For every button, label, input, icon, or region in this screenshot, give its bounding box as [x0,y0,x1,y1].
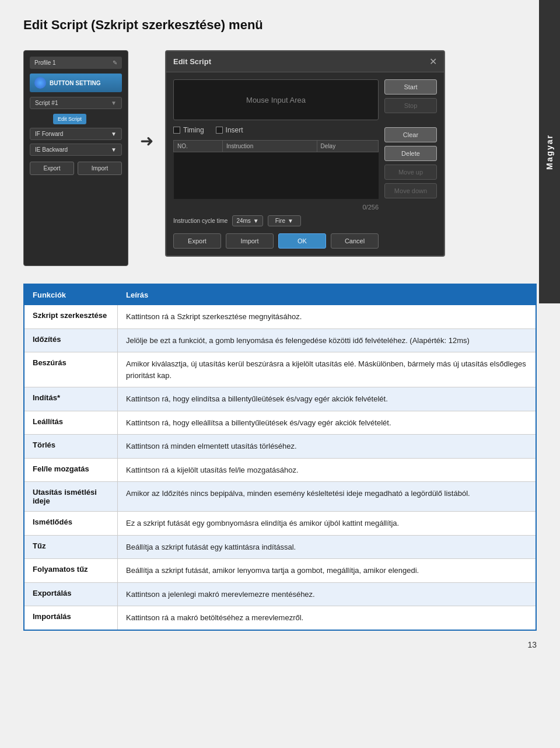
func-cell: Folyamatos tűz [24,559,118,582]
dialog-footer-buttons: Export Import OK Cancel [173,233,379,249]
feature-table: Funkciók Leírás Szkript szerkesztéseKatt… [23,284,537,631]
table-row: IsmétlődésEz a szkript futását egy gombn… [24,512,536,536]
desc-cell: Beállítja a szkript futását egy kattintá… [118,536,536,559]
desc-cell: Kattintson a jelenlegi makró merevlemezr… [118,583,536,606]
desc-cell: Ez a szkript futását egy gombnyomásra el… [118,512,536,535]
table-row: Szkript szerkesztéseKattintson rá a Szkr… [24,305,536,329]
table-row: BeszúrásAmikor kiválasztja, új utasítás … [24,352,536,387]
move-down-button[interactable]: Move down [384,183,437,198]
desc-cell: Kattintson rá, hogy elindítsa a billenty… [118,387,536,411]
dropdown-arrow: ▼ [111,146,117,153]
cycle-time-select[interactable]: 24ms ▼ [232,215,262,226]
dialog-cancel-btn[interactable]: Cancel [331,233,379,249]
dialog-export-btn[interactable]: Export [173,233,221,249]
table-row: ImportálásKattintson rá a makró betöltés… [24,606,536,630]
fire-select[interactable]: Fire ▼ [268,215,301,226]
col-delay: Delay [317,141,378,152]
dropdown-if-forward[interactable]: IF Forward ▼ [30,128,122,140]
desc-cell: Kattintson rá, hogy elleállítsa a billen… [118,411,536,435]
table-empty-row [174,152,379,199]
func-cell: Exportálás [24,583,118,606]
dialog-main: Mouse Input Area Timing Insert [173,79,379,249]
timing-checkbox[interactable]: Timing [173,126,204,134]
clear-button[interactable]: Clear [384,127,437,142]
insert-checkbox[interactable]: Insert [216,126,243,134]
table-row: Fel/le mozgatásKattintson rá a kijelölt … [24,459,536,483]
left-screenshot: Profile 1 ✎ BUTTON SETTING Script #1 ▼ E… [23,50,128,266]
table-row: TörlésKattintson rá minden elmentett uta… [24,435,536,459]
insert-cb-box[interactable] [216,127,223,134]
script-table-body [174,152,379,199]
delete-button[interactable]: Delete [384,146,437,161]
desc-cell: Kattintson rá a makró betöltéséhez a mer… [118,606,536,630]
table-row: ExportálásKattintson a jelenlegi makró m… [24,583,536,607]
desc-cell: Jelölje be ezt a funkciót, a gomb lenyom… [118,329,536,352]
cycle-time-label: Instruction cycle time [173,218,228,224]
dialog-ok-btn[interactable]: OK [278,233,326,249]
func-cell: Importálás [24,606,118,630]
move-up-button[interactable]: Move up [384,165,437,180]
desc-cell: Beállítja a szkript futását, amikor leny… [118,559,536,582]
dialog-right-buttons: Start Stop Clear Delete Move up Move dow… [384,79,437,249]
col-leiras: Leírás [118,285,536,305]
func-cell: Törlés [24,435,118,458]
dialog-body: Mouse Input Area Timing Insert [166,72,444,256]
top-section: Profile 1 ✎ BUTTON SETTING Script #1 ▼ E… [23,50,537,266]
func-cell: Fel/le mozgatás [24,459,118,482]
table-row: Folyamatos tűzBeállítja a szkript futásá… [24,559,536,583]
func-cell: Beszúrás [24,352,118,387]
start-button[interactable]: Start [384,79,437,95]
stop-button[interactable]: Stop [384,98,437,113]
func-cell: Utasítás ismétlési ideje [24,482,118,511]
col-funkciok: Funkciók [24,285,118,305]
dropdown-ie-backward[interactable]: IE Backward ▼ [30,144,122,156]
button-setting-label: BUTTON SETTING [30,74,122,92]
edit-icon: ✎ [113,60,117,66]
language-sidebar: Magyar [539,0,560,303]
desc-cell: Kattintson rá a Szkript szerkesztése meg… [118,305,536,328]
func-cell: Tűz [24,536,118,559]
table-row: IdőzítésJelölje be ezt a funkciót, a gom… [24,329,536,353]
dropdown-arrow: ▼ [111,100,117,106]
close-icon[interactable]: ✕ [429,56,437,67]
func-cell: Időzítés [24,329,118,352]
dropdown-arrow: ▼ [288,218,293,224]
arrow-right-icon: ➜ [140,131,153,151]
export-btn-small[interactable]: Export [30,162,74,175]
profile-label: Profile 1 [34,60,56,66]
dialog-titlebar: Edit Script ✕ [166,51,444,72]
func-cell: Szkript szerkesztése [24,305,118,328]
edit-script-dialog: Edit Script ✕ Mouse Input Area Timing [165,50,445,257]
mouse-input-area[interactable]: Mouse Input Area [173,79,379,120]
table-header-row: NO. Instruction Delay [174,141,379,152]
import-btn-small[interactable]: Import [78,162,122,175]
page-number: 13 [23,640,537,649]
dialog-title: Edit Script [173,57,211,66]
table-header: Funkciók Leírás [24,285,536,305]
page-title: Edit Script (Szkript szerkesztése) menü [23,18,537,33]
func-cell: Ismétlődés [24,512,118,535]
col-instruction: Instruction [223,141,317,152]
desc-cell: Kattintson rá minden elmentett utasítás … [118,435,536,458]
script-row: Script #1 ▼ [30,97,122,109]
table-row: LeállításKattintson rá, hogy elleállítsa… [24,411,536,435]
col-no: NO. [174,141,223,152]
swirl-icon [34,77,46,89]
func-cell: Leállítás [24,411,118,435]
counter-row: 0/256 [173,204,379,211]
checkboxes-row: Timing Insert [173,126,379,134]
desc-cell: Amikor kiválasztja, új utasítás kerül be… [118,352,536,387]
table-row: TűzBeállítja a szkript futását egy katti… [24,536,536,560]
script-table: NO. Instruction Delay [173,140,379,199]
bottom-buttons: Export Import [30,162,122,175]
dialog-import-btn[interactable]: Import [226,233,274,249]
timing-cb-box[interactable] [173,127,180,134]
func-cell: Indítás* [24,387,118,411]
table-row: Utasítás ismétlési idejeAmikor az Időzít… [24,482,536,512]
cycle-time-row: Instruction cycle time 24ms ▼ Fire ▼ [173,215,379,226]
edit-script-btn[interactable]: Edit Script [53,114,86,124]
profile-bar: Profile 1 ✎ [30,57,122,69]
table-row: Indítás*Kattintson rá, hogy elindítsa a … [24,387,536,411]
dropdown-arrow: ▼ [253,218,259,224]
desc-cell: Amikor az Időzítés nincs bepipálva, mind… [118,482,536,511]
